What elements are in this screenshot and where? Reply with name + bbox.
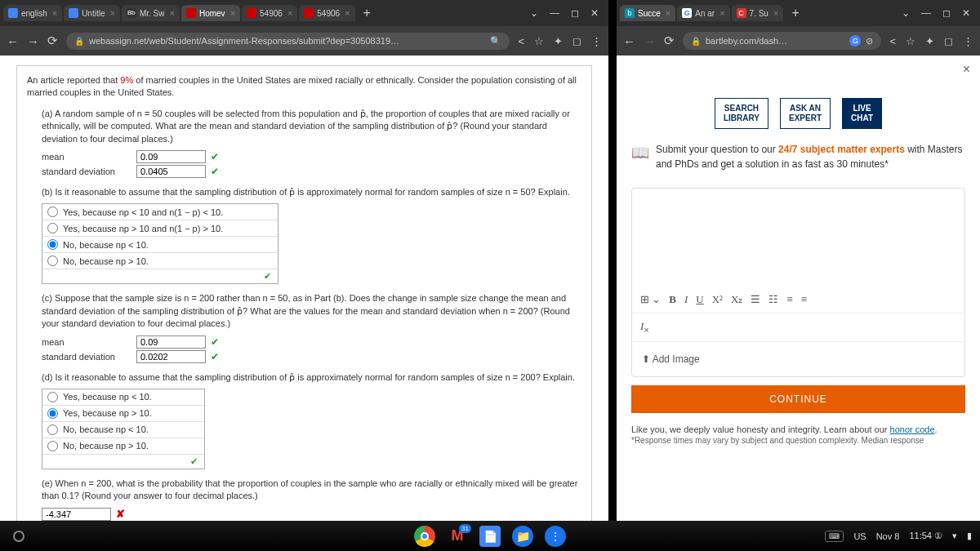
tab-7su[interactable]: C7. Su× (732, 5, 784, 21)
url-input[interactable]: 🔒bartleby.com/dash…G⊘ (683, 32, 881, 50)
close-icon[interactable]: × (287, 8, 292, 18)
number-list-button[interactable]: ☷ (768, 293, 778, 306)
url-input[interactable]: 🔒webassign.net/web/Student/Assignment-Re… (66, 33, 510, 50)
part-b-text: (b) Is it reasonable to assume that the … (42, 186, 581, 198)
continue-button[interactable]: CONTINUE (631, 385, 965, 413)
submit-prompt: 📖 Submit your question to our 24/7 subje… (631, 142, 965, 171)
add-image-button[interactable]: ⬆ Add Image (632, 342, 964, 376)
disclaimer-text: *Response times may vary by subject and … (631, 436, 965, 445)
indent-button[interactable]: ≡ (786, 293, 792, 306)
close-window-icon[interactable]: ✕ (962, 7, 970, 19)
underline-button[interactable]: U (696, 293, 703, 306)
bullet-list-button[interactable]: ☰ (751, 293, 760, 306)
tab-english[interactable]: english× (3, 5, 62, 21)
subscript-button[interactable]: X₂ (731, 293, 742, 306)
tab-homev[interactable]: Homev× (181, 5, 240, 21)
new-tab-button[interactable]: + (785, 6, 805, 20)
outdent-button[interactable]: ≡ (801, 293, 807, 306)
close-icon[interactable]: × (230, 8, 235, 18)
close-icon[interactable]: × (52, 8, 57, 18)
extension-icon[interactable]: ✦ (554, 35, 563, 47)
close-icon[interactable]: × (666, 8, 670, 18)
page-content: An article reported that 9% of married c… (0, 56, 608, 521)
close-icon[interactable]: × (773, 8, 778, 18)
clear-format-button[interactable]: I× (640, 320, 649, 335)
mean-input-a[interactable] (136, 150, 206, 163)
close-icon[interactable]: × (110, 8, 115, 18)
language-indicator[interactable]: US (853, 531, 866, 541)
answer-input-e[interactable] (42, 508, 111, 521)
option-d1[interactable]: Yes, because np < 10. (42, 389, 204, 406)
back-button[interactable]: ← (623, 34, 635, 48)
sd-input-c[interactable] (136, 350, 206, 363)
close-window-icon[interactable]: ✕ (590, 7, 599, 19)
google-icon[interactable]: G (849, 35, 861, 47)
superscript-button[interactable]: X² (712, 293, 723, 306)
tab-anar[interactable]: GAn ar× (677, 5, 729, 21)
tab-mrsw[interactable]: BbMr. Sw× (122, 5, 180, 21)
translate-icon[interactable]: ⊘ (866, 36, 873, 47)
search-library-button[interactable]: SEARCHLIBRARY (715, 98, 768, 129)
chrome-icon[interactable] (414, 526, 435, 547)
minimize-icon[interactable]: — (550, 7, 559, 19)
close-icon[interactable]: × (719, 8, 724, 18)
files-icon[interactable]: 📁 (512, 526, 533, 547)
option-b3[interactable]: No, because np < 10. (42, 237, 278, 253)
menu-icon[interactable]: ⋮ (591, 35, 602, 47)
ask-expert-button[interactable]: ASK ANEXPERT (780, 98, 831, 129)
question-editor[interactable]: ⊞ ⌄ B I U X² X₂ ☰ ☷ ≡ ≡ I× ⬆ Add Image (631, 188, 965, 377)
battery-icon[interactable]: ▮ (967, 531, 972, 541)
launcher-icon[interactable] (13, 531, 24, 542)
option-b2[interactable]: Yes, because np > 10 and n(1 − p) > 10. (42, 220, 278, 237)
docs-icon[interactable]: 📄 (479, 526, 501, 547)
star-icon[interactable]: ☆ (534, 35, 544, 47)
menu-icon[interactable]: ⋮ (963, 35, 973, 47)
sd-label: standard deviation (42, 352, 131, 362)
extension-icon[interactable]: ✦ (925, 35, 934, 47)
mean-input-c[interactable] (136, 335, 206, 349)
tab-untitled[interactable]: Untitle× (64, 5, 120, 21)
option-b1[interactable]: Yes, because np < 10 and n(1 − p) < 10. (42, 204, 278, 220)
honor-code-link[interactable]: honor code (890, 424, 935, 434)
star-icon[interactable]: ☆ (906, 35, 915, 47)
system-tray[interactable]: ⌨ US Nov 8 11:54 ① ▾ ▮ (825, 531, 972, 542)
chevron-down-icon[interactable]: ⌄ (530, 7, 538, 19)
tab-54906a[interactable]: 54906× (242, 5, 297, 21)
share-icon[interactable]: < (518, 35, 524, 47)
window-icon[interactable]: ◻ (944, 35, 953, 47)
option-b4[interactable]: No, because np > 10. (42, 253, 278, 269)
italic-button[interactable]: I (684, 293, 688, 306)
tab-54906b[interactable]: 54906× (299, 5, 354, 21)
option-d4[interactable]: No, because np > 10. (42, 438, 204, 455)
search-icon[interactable]: 🔍 (490, 36, 501, 47)
tab-succe[interactable]: bSucce× (620, 5, 675, 21)
bartleby-content: × SEARCHLIBRARY ASK ANEXPERT LIVECHAT 📖 … (617, 56, 980, 521)
window-icon[interactable]: ◻ (572, 35, 581, 47)
new-tab-button[interactable]: + (357, 6, 377, 20)
option-d3[interactable]: No, because np < 10. (42, 422, 204, 438)
keyboard-icon[interactable]: ⌨ (825, 531, 844, 542)
wifi-icon[interactable]: ▾ (952, 531, 957, 541)
maximize-icon[interactable]: ◻ (571, 7, 579, 19)
chevron-down-icon[interactable]: ⌄ (902, 7, 910, 19)
option-d2[interactable]: Yes, because np > 10. (42, 406, 204, 422)
tab-strip: bSucce× GAn ar× C7. Su× + ⌄ — ◻ ✕ (617, 0, 980, 26)
close-icon[interactable]: × (170, 8, 175, 18)
app-icon[interactable]: ⋮ (545, 526, 566, 547)
share-icon[interactable]: < (889, 35, 896, 47)
close-icon[interactable]: × (963, 62, 970, 77)
lock-icon: 🔒 (74, 37, 84, 46)
maximize-icon[interactable]: ◻ (942, 7, 951, 19)
reload-button[interactable]: ⟳ (664, 33, 675, 48)
back-button[interactable]: ← (7, 34, 19, 48)
live-chat-button[interactable]: LIVECHAT (842, 98, 882, 129)
gmail-icon[interactable]: M31 (447, 526, 468, 547)
reload-button[interactable]: ⟳ (47, 33, 58, 48)
lock-icon: 🔒 (691, 37, 701, 46)
minimize-icon[interactable]: — (921, 7, 931, 19)
table-icon[interactable]: ⊞ ⌄ (640, 293, 661, 306)
sd-input-a[interactable] (136, 165, 206, 178)
forward-button[interactable]: → (27, 34, 39, 48)
close-icon[interactable]: × (345, 8, 350, 18)
bold-button[interactable]: B (669, 293, 676, 306)
